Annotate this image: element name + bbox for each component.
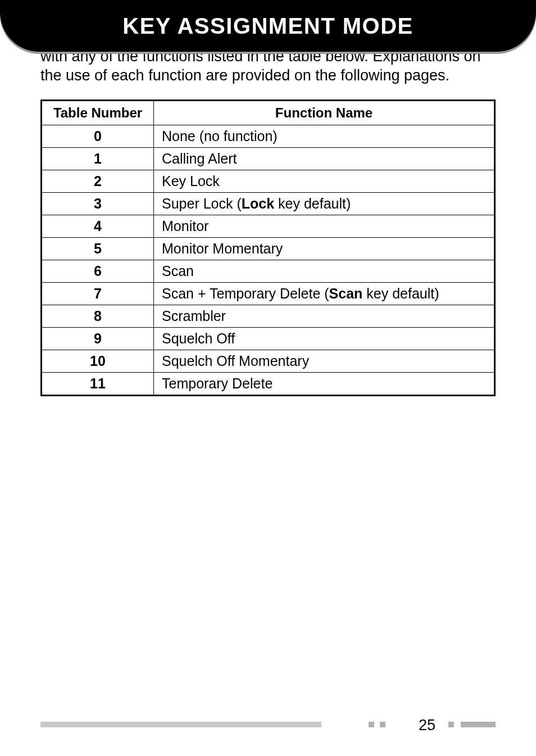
function-name-pre: Scrambler bbox=[162, 308, 226, 324]
header-banner: KEY ASSIGNMENT MODE bbox=[0, 0, 536, 52]
footer-bar-right bbox=[461, 722, 496, 727]
table-row: 10Squelch Off Momentary bbox=[42, 350, 495, 373]
table-cell-number: 1 bbox=[42, 148, 154, 170]
table-row: 6Scan bbox=[42, 260, 495, 283]
table-cell-number: 10 bbox=[42, 350, 154, 373]
table-cell-function: Key Lock bbox=[154, 170, 495, 193]
table-row: 2Key Lock bbox=[42, 170, 495, 193]
table-cell-number: 9 bbox=[42, 328, 154, 350]
table-header-function: Function Name bbox=[154, 101, 495, 125]
table-cell-number: 0 bbox=[42, 125, 154, 148]
table-row: 0None (no function) bbox=[42, 125, 495, 148]
table-cell-number: 7 bbox=[42, 283, 154, 305]
table-cell-number: 2 bbox=[42, 170, 154, 193]
function-name-pre: None (no function) bbox=[162, 128, 278, 144]
function-name-pre: Key Lock bbox=[162, 173, 220, 189]
table-row: 9Squelch Off bbox=[42, 328, 495, 350]
function-name-pre: Scan + Temporary Delete ( bbox=[162, 286, 329, 301]
table-cell-function: Squelch Off bbox=[154, 328, 495, 350]
function-name-pre: Super Lock ( bbox=[162, 196, 242, 211]
table-cell-function: Scan bbox=[154, 260, 495, 283]
table-cell-function: Super Lock (Lock key default) bbox=[154, 193, 495, 215]
footer-bar-left bbox=[40, 722, 321, 727]
table-cell-function: Monitor bbox=[154, 215, 495, 238]
function-name-pre: Squelch Off Momentary bbox=[162, 353, 309, 369]
function-table: Table Number Function Name 0None (no fun… bbox=[40, 99, 496, 396]
table-cell-function: Scrambler bbox=[154, 305, 495, 328]
table-cell-number: 3 bbox=[42, 193, 154, 215]
footer-dot bbox=[380, 722, 385, 727]
table-row: 8Scrambler bbox=[42, 305, 495, 328]
table-row: 1Calling Alert bbox=[42, 148, 495, 170]
function-name-bold: Scan bbox=[329, 286, 363, 301]
table-row: 7Scan + Temporary Delete (Scan key defau… bbox=[42, 283, 495, 305]
footer-dots-left bbox=[369, 722, 385, 727]
table-cell-number: 5 bbox=[42, 238, 154, 260]
function-name-pre: Monitor bbox=[162, 218, 208, 234]
table-cell-number: 11 bbox=[42, 373, 154, 396]
footer-dot bbox=[369, 722, 374, 727]
table-cell-number: 6 bbox=[42, 260, 154, 283]
function-name-pre: Squelch Off bbox=[162, 331, 235, 346]
table-row: 4Monitor bbox=[42, 215, 495, 238]
function-name-pre: Temporary Delete bbox=[162, 375, 272, 391]
table-cell-function: None (no function) bbox=[154, 125, 495, 148]
page-number: 25 bbox=[419, 717, 435, 734]
function-name-pre: Monitor Momentary bbox=[162, 241, 283, 256]
table-header-number: Table Number bbox=[42, 101, 154, 125]
function-name-pre: Calling Alert bbox=[162, 151, 237, 166]
table-row: 3Super Lock (Lock key default) bbox=[42, 193, 495, 215]
page-footer: 25 bbox=[0, 717, 536, 732]
page-title: KEY ASSIGNMENT MODE bbox=[122, 13, 413, 39]
table-cell-function: Temporary Delete bbox=[154, 373, 495, 396]
footer-dot-right bbox=[448, 722, 454, 727]
table-cell-function: Monitor Momentary bbox=[154, 238, 495, 260]
table-cell-number: 4 bbox=[42, 215, 154, 238]
function-name-post: key default) bbox=[362, 286, 439, 301]
function-name-bold: Lock bbox=[242, 196, 274, 211]
function-name-post: key default) bbox=[274, 196, 351, 211]
table-cell-function: Squelch Off Momentary bbox=[154, 350, 495, 373]
function-name-pre: Scan bbox=[162, 263, 194, 279]
table-row: 5Monitor Momentary bbox=[42, 238, 495, 260]
table-cell-number: 8 bbox=[42, 305, 154, 328]
table-row: 11Temporary Delete bbox=[42, 373, 495, 396]
table-cell-function: Calling Alert bbox=[154, 148, 495, 170]
page-content: This transceiver allows you to reprogram… bbox=[0, 0, 536, 396]
table-cell-function: Scan + Temporary Delete (Scan key defaul… bbox=[154, 283, 495, 305]
table-header-row: Table Number Function Name bbox=[42, 101, 495, 125]
